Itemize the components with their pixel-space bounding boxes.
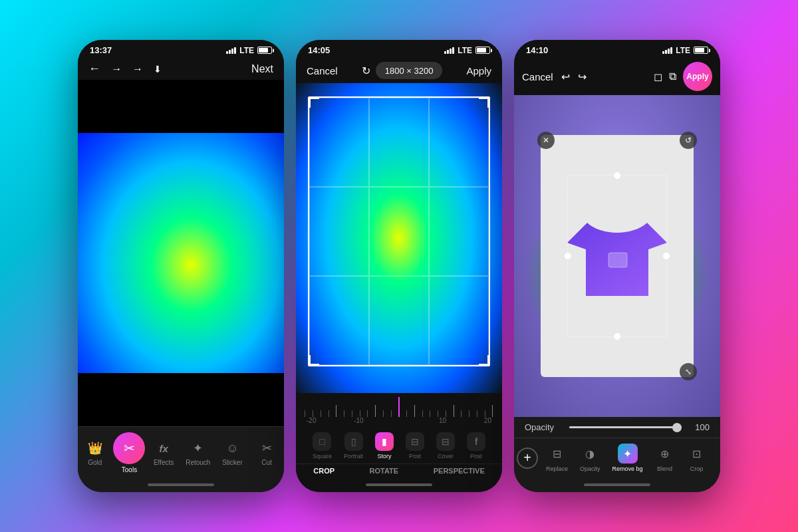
undo-icon-3[interactable]: ↩ [561,70,570,83]
home-bar-2 [366,483,432,486]
home-indicator-3 [514,477,720,492]
redo-icon-1[interactable] [132,63,143,75]
tab-retouch[interactable]: ✦ Retouch [182,440,215,466]
tick [430,410,430,417]
toolbar-left-1 [88,62,162,76]
mode-tab-story[interactable]: ▮ Story [370,430,399,462]
crop-box[interactable] [308,96,490,366]
grid-cell [429,276,489,365]
canvas-area: ✕ ↺ ⤡ [514,95,720,417]
network-type-1: LTE [239,46,254,55]
tab-sticker[interactable]: ☺ Sticker [215,440,249,466]
opacity-icon: ◑ [580,444,600,464]
add-button[interactable]: + [517,448,538,469]
black-top-1 [78,80,284,133]
tab-retouch-label: Retouch [186,459,210,466]
tool-opacity[interactable]: ◑ Opacity [575,442,606,473]
tick [391,410,392,417]
home-indicator-2 [296,477,502,492]
section-labels: CROP ROTATE PERSPECTIVE [296,464,502,477]
selection-box[interactable] [567,175,667,337]
top-bar-3: Cancel ↩ ↪ ◻ ⧉ Apply [514,58,720,95]
tab-effects[interactable]: fx Effects [147,440,180,466]
replace-label: Replace [546,466,568,472]
signal-icon-1 [226,47,236,54]
mode-tab-square[interactable]: □ Square [307,430,337,462]
tab-gold[interactable]: 👑 Gold [78,440,112,466]
rotate-icon-2[interactable]: ↻ [362,65,370,77]
crop-corner-tr[interactable] [479,97,489,108]
ruler-labels: -20 -10 10 20 [296,417,502,424]
crop-label: Crop [690,466,704,472]
handle-bottom[interactable] [614,333,620,340]
section-perspective[interactable]: PERSPECTIVE [434,467,485,475]
section-crop[interactable]: CROP [313,467,334,475]
opacity-slider[interactable] [569,426,682,428]
square-label: Square [313,453,332,460]
opacity-thumb[interactable] [672,423,682,432]
tick-major [492,405,493,417]
apply-button-3[interactable]: Apply [683,62,712,91]
bottom-toolbar-3: + ⊟ Replace ◑ Opacity ✦ Remove bg ⊕ Blen… [514,438,720,477]
scale-btn[interactable]: ⤡ [680,363,697,380]
mode-tab-portrait[interactable]: ▯ Portrait [338,430,368,462]
mode-tab-post2[interactable]: f Post [462,430,491,462]
ruler[interactable] [296,397,502,417]
opacity-fill [569,426,682,428]
cover-icon: ⊟ [436,432,455,451]
grid-cell [309,276,369,365]
ruler-label-1: -10 [354,417,363,424]
tick [329,410,329,417]
mode-tab-post[interactable]: ⊟ Post [400,430,430,462]
time-2: 14:05 [308,45,330,55]
tool-remove-bg[interactable]: ✦ Remove bg [607,442,648,473]
back-icon-1[interactable] [88,62,100,76]
home-bar-1 [148,483,214,486]
cover-label: Cover [438,453,454,460]
cancel-btn-2[interactable]: Cancel [307,65,338,76]
tick-major [414,405,415,417]
grid-cell [309,187,369,276]
delete-btn[interactable]: ✕ [537,132,555,149]
post-label: Post [409,453,421,460]
blend-label: Blend [657,466,672,472]
handle-right[interactable] [663,253,670,259]
replace-icon: ⊟ [547,444,567,464]
top-center-2: ↻ 1800 × 3200 [362,62,443,79]
tool-replace[interactable]: ⊟ Replace [541,442,573,473]
tick [305,410,305,417]
undo-icon-1[interactable] [111,63,122,75]
story-label: Story [378,453,392,460]
tick [367,410,368,417]
next-button-1[interactable]: Next [251,63,273,75]
section-rotate[interactable]: ROTATE [370,467,399,475]
crop-corner-bl[interactable] [309,355,319,366]
gold-icon: 👑 [86,440,104,457]
content-area-1 [78,80,284,426]
handle-top[interactable] [614,172,620,179]
handle-left[interactable] [565,253,571,259]
redo-icon-3[interactable]: ↪ [578,70,587,83]
tick [383,410,384,417]
ruler-label-0: -20 [307,417,316,424]
download-icon-1[interactable] [154,63,162,75]
apply-btn-2[interactable]: Apply [466,65,491,76]
tab-tools[interactable]: ✂ Tools [112,432,146,473]
layers-icon-3[interactable]: ⧉ [669,70,676,82]
mode-tab-cover[interactable]: ⊟ Cover [431,430,460,462]
crop-corner-tl[interactable] [309,97,319,108]
eraser-icon-3[interactable]: ◻ [654,70,662,83]
tool-crop[interactable]: ⊡ Crop [682,442,712,473]
cancel-btn-3[interactable]: Cancel [522,71,553,82]
network-type-3: LTE [676,46,690,55]
tab-cut[interactable]: ✂ Cut [250,440,283,466]
tick [321,410,321,417]
rotate-btn[interactable]: ↺ [680,132,697,149]
tab-tools-label: Tools [122,466,137,473]
retouch-icon: ✦ [190,440,207,457]
tool-blend[interactable]: ⊕ Blend [650,442,680,473]
phone-3: 14:10 LTE Cancel ↩ ↪ ◻ ⧉ Apply [514,40,720,492]
crop-corner-br[interactable] [479,355,489,366]
white-card[interactable] [541,135,694,377]
effects-icon: fx [155,440,172,457]
